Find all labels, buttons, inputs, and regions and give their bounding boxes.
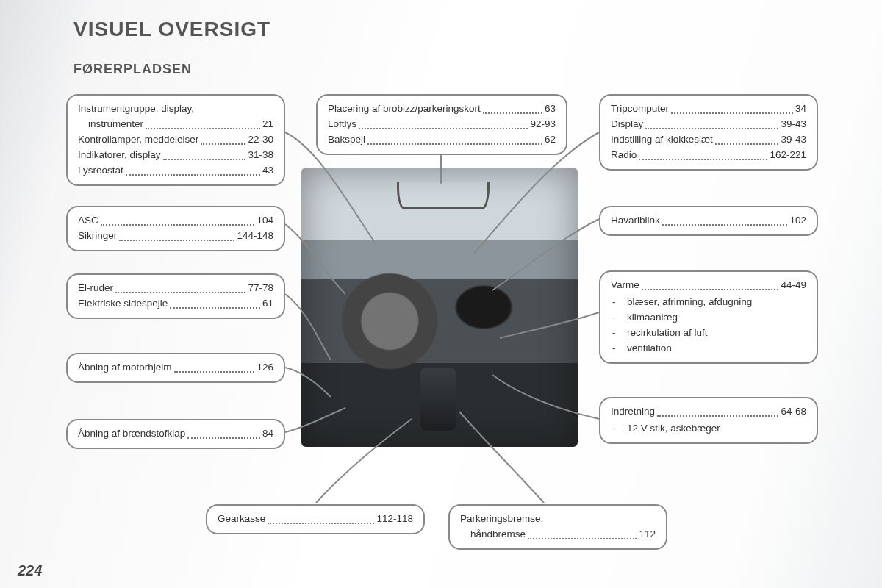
callout-parkeringsbremse: Parkeringsbremse,håndbremse112 bbox=[448, 504, 667, 550]
leader-dots bbox=[368, 132, 542, 145]
callout-bullets: blæser, afrimning, afdugningklimaanlægre… bbox=[611, 295, 806, 356]
leader-dots bbox=[671, 101, 793, 114]
page-ref: 22-30 bbox=[248, 132, 273, 148]
leader-dots bbox=[163, 148, 246, 160]
page-subtitle: FØRERPLADSEN bbox=[74, 62, 192, 77]
leader-dots bbox=[146, 117, 260, 129]
callout-bullet-item: klimaanlæg bbox=[611, 310, 806, 326]
leader-dots bbox=[657, 404, 778, 417]
leader-dots bbox=[715, 132, 779, 145]
page-ref: 92-93 bbox=[530, 117, 556, 132]
callout-label: Åbning af motorhjelm bbox=[78, 360, 172, 376]
leader-dots bbox=[528, 527, 637, 539]
page-ref: 126 bbox=[257, 360, 273, 376]
page-ref: 102 bbox=[789, 213, 806, 229]
callout-label: Åbning af brændstofklap bbox=[78, 426, 185, 442]
page-ref: 162-221 bbox=[770, 148, 806, 163]
leader-dots bbox=[483, 101, 542, 114]
callout-label: Radio bbox=[611, 148, 637, 163]
leader-dots bbox=[126, 163, 260, 176]
leader-dots bbox=[201, 132, 245, 145]
callout-label: Parkeringsbremse, bbox=[460, 512, 543, 527]
leader-dots bbox=[639, 148, 767, 160]
page-ref: 21 bbox=[262, 117, 273, 132]
callout-loftlys: Placering af brobizz/parkeringskort63Lof… bbox=[316, 94, 567, 155]
callout-gearkasse: Gearkasse112-118 bbox=[206, 504, 425, 534]
leader-dots bbox=[170, 296, 260, 309]
leader-dots bbox=[119, 229, 234, 241]
leader-dots bbox=[642, 278, 779, 290]
page-ref: 62 bbox=[545, 132, 556, 148]
page-ref: 144-148 bbox=[237, 229, 273, 244]
callout-label: Instrumentgruppe, display, bbox=[78, 101, 194, 117]
callout-label: Display bbox=[611, 117, 643, 132]
callout-label: Tripcomputer bbox=[611, 101, 669, 117]
leader-dots bbox=[101, 213, 255, 226]
callout-label: Varme bbox=[611, 278, 639, 293]
callout-braendstofklap: Åbning af brændstofklap84 bbox=[66, 419, 285, 449]
dashboard-illustration bbox=[301, 168, 578, 447]
callout-label: Elektriske sidespejle bbox=[78, 296, 168, 312]
callout-asc-sikringer: ASC104Sikringer144-148 bbox=[66, 206, 285, 251]
callout-instrumentgruppe: Instrumentgruppe, display,instrumenter21… bbox=[66, 94, 285, 186]
callout-label: håndbremse bbox=[460, 527, 526, 542]
callout-bullet-item: blæser, afrimning, afdugning bbox=[611, 295, 806, 310]
page-title: VISUEL OVERSIGT bbox=[74, 18, 270, 41]
page-ref: 84 bbox=[262, 426, 273, 442]
page-ref: 39-43 bbox=[781, 132, 806, 148]
callout-tripcomputer: Tripcomputer34Display39-43Indstilling af… bbox=[599, 94, 818, 171]
callout-label: Sikringer bbox=[78, 229, 117, 244]
leader-dots bbox=[662, 213, 788, 226]
callout-label: ASC bbox=[78, 213, 98, 229]
callout-label: Indretning bbox=[611, 404, 655, 420]
page-number: 224 bbox=[18, 562, 42, 579]
leader-dots bbox=[187, 426, 260, 439]
page-ref: 112 bbox=[639, 527, 656, 542]
page-ref: 44-49 bbox=[781, 278, 806, 293]
callout-bullet-item: recirkulation af luft bbox=[611, 326, 806, 341]
callout-bullets: 12 V stik, askebæger bbox=[611, 421, 806, 437]
leader-dots bbox=[645, 117, 778, 129]
leader-dots bbox=[359, 117, 528, 129]
callout-havariblink: Havariblink102 bbox=[599, 206, 818, 236]
page-ref: 63 bbox=[545, 101, 556, 117]
callout-bullet-item: 12 V stik, askebæger bbox=[611, 421, 806, 437]
callout-elruder: El-ruder77-78Elektriske sidespejle61 bbox=[66, 273, 285, 319]
callout-motorhjelm: Åbning af motorhjelm126 bbox=[66, 353, 285, 383]
leader-dots bbox=[115, 281, 245, 293]
leader-dots bbox=[268, 512, 374, 524]
callout-label: Bakspejl bbox=[328, 132, 365, 148]
page-ref: 43 bbox=[262, 163, 273, 179]
page-ref: 39-43 bbox=[781, 117, 806, 132]
page-ref: 64-68 bbox=[781, 404, 806, 420]
callout-label: Indstilling af klokkeslæt bbox=[611, 132, 713, 148]
page-ref: 31-38 bbox=[248, 148, 273, 163]
page-ref: 112-118 bbox=[376, 512, 413, 527]
callout-label: Gearkasse bbox=[218, 512, 265, 527]
callout-label: Loftlys bbox=[328, 117, 356, 132]
callout-label: Kontrollamper, meddelelser bbox=[78, 132, 198, 148]
page-ref: 61 bbox=[262, 296, 273, 312]
callout-label: Placering af brobizz/parkeringskort bbox=[328, 101, 481, 117]
callout-label: Havariblink bbox=[611, 213, 660, 229]
callout-indretning: Indretning64-6812 V stik, askebæger bbox=[599, 397, 818, 444]
callout-bullet-item: ventilation bbox=[611, 341, 806, 356]
callout-label: Lysreostat bbox=[78, 163, 123, 179]
leader-dots bbox=[174, 360, 255, 373]
callout-label: El-ruder bbox=[78, 281, 113, 296]
callout-label: Indikatorer, display bbox=[78, 148, 161, 163]
callout-varme: Varme44-49blæser, afrimning, afdugningkl… bbox=[599, 270, 818, 364]
page-ref: 77-78 bbox=[248, 281, 273, 296]
callout-label: instrumenter bbox=[78, 117, 143, 132]
page-ref: 34 bbox=[795, 101, 806, 117]
page-ref: 104 bbox=[257, 213, 273, 229]
